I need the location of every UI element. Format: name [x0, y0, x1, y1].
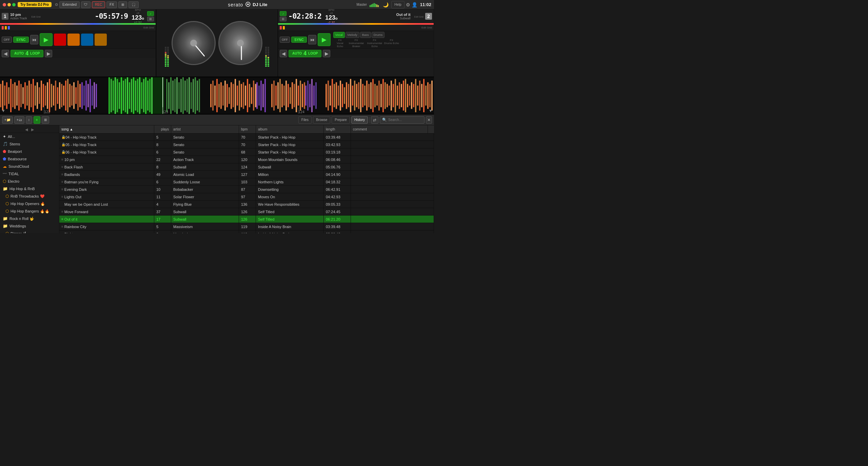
deck2-loop-left[interactable]: ◀ — [280, 50, 287, 57]
table-row[interactable]: ≡Righteous 3 Massiveism 119 Inside A Noi… — [59, 230, 434, 233]
rec-btn[interactable]: REC — [92, 1, 105, 8]
files-tab[interactable]: Files — [298, 116, 312, 124]
sidebar-item-rocknroll[interactable]: 📁 Rock n Roll 🤟 — [0, 215, 59, 222]
swap-btn[interactable]: ⇄ — [371, 116, 378, 124]
sidebar-item-hipbangers[interactable]: ⬡ Hip Hop Bangers 🔥🔥 — [0, 207, 59, 215]
svg-rect-171 — [389, 86, 390, 106]
shield-btn[interactable]: 🛡 — [81, 1, 91, 8]
table-row[interactable]: 🔒05 - Hip Hop Track 8 Serato 70 Starter … — [59, 141, 434, 148]
stem-vocal-btn[interactable]: Vocal — [333, 32, 345, 38]
sidebar-item-tidal[interactable]: 〰 TIDAL — [0, 170, 59, 178]
table-row[interactable]: ≡Batman you're Fying 6 Suddenly Loose 10… — [59, 178, 434, 186]
deck1-pad-4[interactable] — [95, 34, 107, 46]
td-artist: Serato — [171, 134, 239, 141]
midi-btn[interactable]: ⊞ — [118, 1, 127, 8]
search-input[interactable] — [388, 118, 422, 122]
table-row[interactable]: ≡10 pm 22 Action Track 120 Moon Mountain… — [59, 156, 434, 163]
table-row[interactable]: ≡Back Flash 8 Subwall 124 Subwall 05:06.… — [59, 163, 434, 171]
table-row[interactable]: 🔒04 - Hip Hop Track 5 Serato 70 Starter … — [59, 134, 434, 141]
deck2-off-btn[interactable]: OFF — [280, 37, 290, 43]
deck2-skip-back[interactable]: ⏮ — [308, 35, 316, 44]
deck1-pad-1[interactable] — [54, 34, 66, 46]
table-row[interactable]: 🔒06 - Hip Hop Track 6 Serato 68 Starter … — [59, 148, 434, 156]
sidebar-item-soundcloud[interactable]: ☁ SoundCloud — [0, 163, 59, 170]
waveform-arrow-left[interactable]: ▼ — [1, 108, 5, 113]
th-bpm[interactable]: bpm — [239, 125, 256, 133]
th-length[interactable]: length — [324, 125, 351, 133]
sidebar-item-stems[interactable]: 🎵 Stems — [0, 140, 59, 148]
prepare-tab[interactable]: Prepare — [332, 116, 350, 124]
th-plays[interactable]: plays — [154, 125, 171, 133]
deck1-play-btn[interactable]: ▶ — [40, 33, 53, 46]
sort-btn[interactable]: ↕️ — [26, 116, 32, 124]
table-row-playing[interactable]: ≡Out of it 17 Subwall 126 Self Titled 06… — [59, 216, 434, 223]
headphone-btn[interactable]: 🎧 — [129, 1, 139, 8]
th-song[interactable]: song ▲ — [59, 125, 154, 133]
deck1-note-icon[interactable]: ♪ — [147, 11, 154, 16]
deck2-note-icon[interactable]: ♪ — [280, 11, 287, 16]
waveform-arrow-right[interactable]: ▼ — [429, 108, 433, 113]
scroll-right-btn[interactable]: ▶ — [31, 127, 34, 132]
sidebar-item-rnb[interactable]: ⬡ RnB Throwbacks ❤️ — [0, 193, 59, 200]
th-album[interactable]: album — [256, 125, 324, 133]
fx-btn[interactable]: FX — [106, 1, 117, 8]
table-row[interactable]: ≡Badlands 49 Atomic Load 127 Million 04:… — [59, 171, 434, 178]
deck1-loop-right[interactable]: ▶ — [45, 50, 52, 57]
sidebar-item-dinner[interactable]: ⬡ Dinner 🍴 — [0, 230, 59, 233]
settings-icon[interactable]: ⚙ — [406, 2, 410, 7]
sidebar-item-weddings[interactable]: 📁 Weddings — [0, 222, 59, 230]
browse-tab[interactable]: Browse — [313, 116, 330, 124]
deck1-sync-btn[interactable]: SYNC — [13, 37, 29, 43]
minimize-button[interactable] — [7, 3, 11, 6]
stem-drums-btn[interactable]: Drums — [372, 32, 385, 38]
close-button[interactable] — [3, 3, 6, 6]
extended-btn[interactable]: Extended — [59, 1, 80, 8]
sidebar-item-hipopeners[interactable]: ⬡ Hip Hop Openers 🔥 — [0, 200, 59, 207]
add-folder-btn[interactable]: +📁 — [2, 116, 13, 124]
turntable-1[interactable] — [172, 21, 216, 65]
deck2-grid-icon[interactable]: ⊞ — [280, 17, 287, 21]
svg-rect-108 — [249, 84, 250, 107]
stem-bass-btn[interactable]: Bass — [360, 32, 371, 38]
deck1-pad-2[interactable] — [67, 34, 80, 46]
turntable-2[interactable] — [218, 21, 262, 65]
help-btn[interactable]: Help — [391, 1, 405, 8]
sidebar-item-all[interactable]: ✦ All... — [0, 133, 59, 140]
maximize-button[interactable] — [12, 3, 16, 6]
svg-rect-77 — [176, 77, 178, 114]
td-bpm: 119 — [239, 230, 256, 233]
scroll-left-btn[interactable]: ◀ — [25, 127, 28, 132]
deck1-loop-control[interactable]: AUTO 4 LOOP — [11, 50, 43, 57]
sidebar-item-beatport[interactable]: ⬟ Beatport — [0, 148, 59, 155]
app-title: serato ⦿ DJ Lite — [141, 2, 355, 8]
deck1-pad-3[interactable] — [81, 34, 93, 46]
deck2-loop-control[interactable]: AUTO 4 LOOP — [289, 50, 321, 57]
table-row[interactable]: ≡Move Forward 37 Subwall 126 Self Titled… — [59, 208, 434, 216]
table-row[interactable]: ≡May we be Open and Lost 4 Flying Blue 1… — [59, 201, 434, 208]
search-clear-btn[interactable]: ✕ — [426, 116, 432, 124]
deck1-skip-back[interactable]: ⏮ — [30, 35, 38, 44]
try-serato-btn[interactable]: Try Serato DJ Pro — [18, 2, 52, 7]
sidebar-item-beatsource[interactable]: ⬟ Beatsource — [0, 155, 59, 163]
th-comment[interactable]: comment — [351, 125, 428, 133]
table-row[interactable]: ≡Evening Dark 10 Bobabacker 87 Downsetti… — [59, 186, 434, 193]
grid-view-btn[interactable]: ⊞ — [42, 116, 49, 124]
th-artist[interactable]: artist — [171, 125, 239, 133]
history-tab[interactable]: History — [351, 116, 368, 124]
stem-melody-btn[interactable]: Melody — [346, 32, 359, 38]
account-icon[interactable]: 👤 — [412, 2, 417, 7]
td-album: Subwall — [256, 163, 324, 170]
deck2-sync-btn[interactable]: SYNC — [291, 37, 307, 43]
deck1-off-btn[interactable]: OFF — [2, 37, 12, 43]
sidebar-item-hiphop[interactable]: 📁 Hip Hop & RnB — [0, 185, 59, 193]
deck1-grid-icon[interactable]: ⊞ — [147, 17, 154, 21]
list-view-btn[interactable]: ≡ — [34, 116, 40, 124]
table-row[interactable]: ≡Lights Out 11 Solar Flower 97 Moves On … — [59, 193, 434, 201]
table-row[interactable]: ≡Rainbow City 5 Massiveism 119 Inside A … — [59, 223, 434, 230]
deck1-loop-left[interactable]: ◀ — [2, 50, 9, 57]
sidebar-item-electro[interactable]: ⬡ Electro — [0, 178, 59, 185]
svg-rect-124 — [285, 81, 287, 110]
deck2-play-btn[interactable]: ▶ — [318, 33, 331, 46]
add-crate-btn[interactable]: +🗂 — [14, 116, 24, 124]
deck2-loop-right[interactable]: ▶ — [323, 50, 330, 57]
